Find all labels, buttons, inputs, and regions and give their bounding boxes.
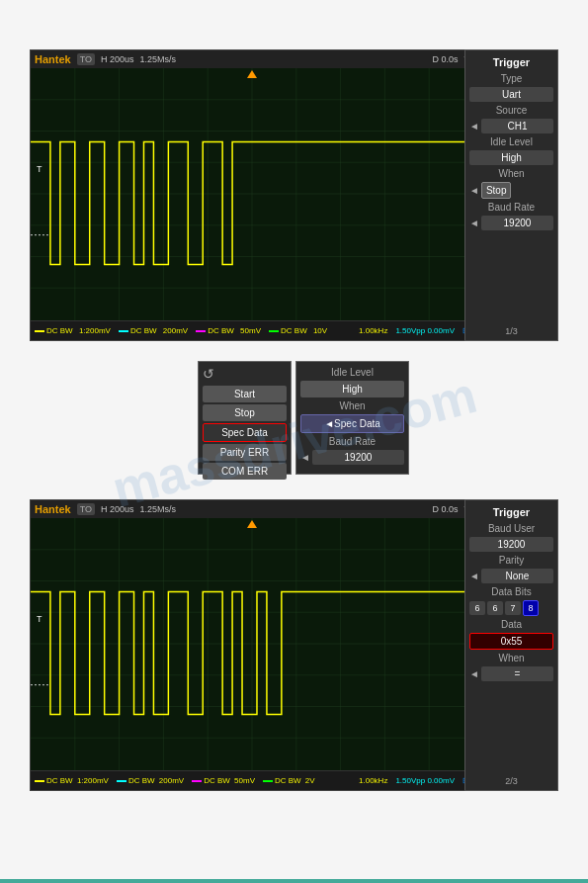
parity-label-bottom: Parity [469, 554, 553, 567]
scope-footer-bottom: DC BW 1:200mV DC BW 200mV DC BW 50mV DC … [31, 770, 473, 790]
bit-7[interactable]: 7 [505, 601, 521, 615]
sample-rate-bottom: 1.25Ms/s [140, 504, 177, 514]
popup-idle-label: Idle Level [300, 366, 404, 379]
parity-row-bottom: ◄ None [469, 569, 553, 583]
vpp-footer-top: 1.50Vpp 0.00mV [395, 326, 455, 335]
popup-left: ↺ Start Stop Spec Data Parity ERR COM ER… [198, 361, 292, 475]
ch2-footer-bottom: DC BW 200mV [117, 776, 184, 785]
popup-specdata-val[interactable]: ◄Spec Data [300, 414, 404, 433]
popup-btn-start[interactable]: Start [203, 386, 287, 402]
hantek-logo-top: Hantek [35, 53, 71, 65]
baud-user-label-bottom: Baud User [469, 522, 553, 535]
popup-baud-row: ◄ 19200 [300, 450, 404, 465]
source-row-top: ◄ CH1 [469, 119, 553, 133]
ch2-footer-top: DC BW 200mV [119, 326, 188, 335]
parity-left-arrow[interactable]: ◄ [469, 571, 479, 581]
type-value-top[interactable]: Uart [469, 87, 553, 102]
trigger-title-top: Trigger [469, 54, 553, 70]
ch4-footer-bottom: DC BW 2V [263, 776, 315, 785]
type-label-top: Type [469, 72, 553, 85]
source-value-top[interactable]: CH1 [481, 119, 553, 133]
scope-grid-top [31, 68, 473, 320]
popup-baud-label: Baud Rate [300, 435, 404, 448]
ch1-footer-top: DC BW 1:200mV [35, 326, 111, 335]
trigger-delay-top: D 0.0s [432, 54, 458, 64]
svg-marker-16 [247, 70, 257, 78]
popup-btn-stop[interactable]: Stop [203, 404, 287, 421]
right-panel-bottom: Trigger Baud User 19200 Parity ◄ None Da… [464, 499, 558, 791]
timebase-top: H 200us [101, 54, 134, 64]
popup-when-label: When [300, 399, 404, 412]
bit-8[interactable]: 8 [523, 600, 539, 616]
idle-value-top[interactable]: High [469, 150, 553, 165]
when-row-bottom: ◄ = [469, 666, 553, 681]
t-marker-top: T [37, 164, 42, 174]
popup-idle-high[interactable]: High [300, 381, 404, 397]
svg-marker-34 [247, 520, 257, 528]
hantek-logo-bottom: Hantek [35, 503, 71, 515]
when-left-arrow-bottom[interactable]: ◄ [469, 668, 479, 679]
timebase-bottom: H 200us [101, 504, 134, 514]
source-label-top: Source [469, 104, 553, 117]
source-left-arrow[interactable]: ◄ [469, 121, 479, 132]
scope-header-top: Hantek TO H 200us 1.25Ms/s D 0.0s T [31, 50, 473, 68]
popup-btn-parityerr[interactable]: Parity ERR [203, 444, 287, 461]
popup-right: Idle Level High When ◄Spec Data Baud Rat… [295, 361, 409, 475]
bit-6a[interactable]: 6 [469, 601, 485, 615]
trigger-title-bottom: Trigger [469, 504, 553, 520]
idle-label-top: Idle Level [469, 135, 553, 148]
parity-value-bottom[interactable]: None [481, 569, 553, 583]
data-bits-label-bottom: Data Bits [469, 585, 553, 598]
data-label-bottom: Data [469, 618, 553, 631]
when-left-arrow[interactable]: ◄ [469, 185, 479, 196]
when-label-top: When [469, 167, 553, 180]
page-top: 1/3 [469, 326, 553, 336]
scope-panel-bottom: Hantek TO H 200us 1.25Ms/s D 0.0s T [30, 499, 474, 791]
popup-btn-specdata[interactable]: Spec Data [203, 423, 287, 442]
scope-footer-top: DC BW 1:200mV DC BW 200mV DC BW 50mV DC … [31, 320, 473, 340]
when-label-bottom: When [469, 652, 553, 664]
to-badge-bottom: TO [77, 503, 95, 515]
scope-screen-top: T [31, 68, 473, 320]
when-value-top[interactable]: Stop [481, 182, 512, 199]
popup-baud-arrow[interactable]: ◄ [300, 452, 310, 463]
freq-footer-bottom: 1.00kHz [359, 776, 387, 785]
ch1-footer-bottom: DC BW 1:200mV [35, 776, 109, 785]
sample-rate-top: 1.25Ms/s [140, 54, 177, 64]
scope-grid-bottom [31, 518, 473, 770]
green-divider-line [0, 879, 588, 883]
scope-screen-bottom: T [31, 518, 473, 770]
baud-label-top: Baud Rate [469, 201, 553, 214]
scope-panel-top: Hantek TO H 200us 1.25Ms/s D 0.0s T [30, 49, 474, 341]
data-value-bottom[interactable]: 0x55 [469, 633, 553, 650]
popup-baud-value[interactable]: 19200 [312, 450, 404, 465]
baud-left-arrow[interactable]: ◄ [469, 218, 479, 228]
data-bits-row-bottom: 6 6 7 8 [469, 600, 553, 616]
popup-btn-comerr[interactable]: COM ERR [203, 463, 287, 480]
to-badge-top: TO [77, 53, 95, 65]
ch4-footer-top: DC BW 10V [269, 326, 327, 335]
trigger-delay-bottom: D 0.0s [432, 504, 458, 514]
baud-row-top: ◄ 19200 [469, 216, 553, 230]
t-marker-bottom: T [37, 614, 42, 624]
freq-footer-top: 1.00kHz [359, 326, 387, 335]
bit-6b[interactable]: 6 [487, 601, 503, 615]
popup-area: ↺ Start Stop Spec Data Parity ERR COM ER… [198, 361, 445, 475]
baud-user-value-bottom[interactable]: 19200 [469, 537, 553, 552]
vpp-footer-bottom: 1.50Vpp 0.00mV [395, 776, 455, 785]
page-bottom: 2/3 [469, 776, 553, 786]
right-panel-top: Trigger Type Uart Source ◄ CH1 Idle Leve… [464, 49, 558, 341]
scope-header-bottom: Hantek TO H 200us 1.25Ms/s D 0.0s T [31, 500, 473, 518]
baud-value-top[interactable]: 19200 [481, 216, 553, 230]
ch3-footer-bottom: DC BW 50mV [192, 776, 255, 785]
when-value-bottom[interactable]: = [481, 666, 553, 681]
ch3-footer-top: DC BW 50mV [196, 326, 261, 335]
popup-icon: ↺ [203, 366, 287, 382]
when-row-top: ◄ Stop [469, 182, 553, 199]
